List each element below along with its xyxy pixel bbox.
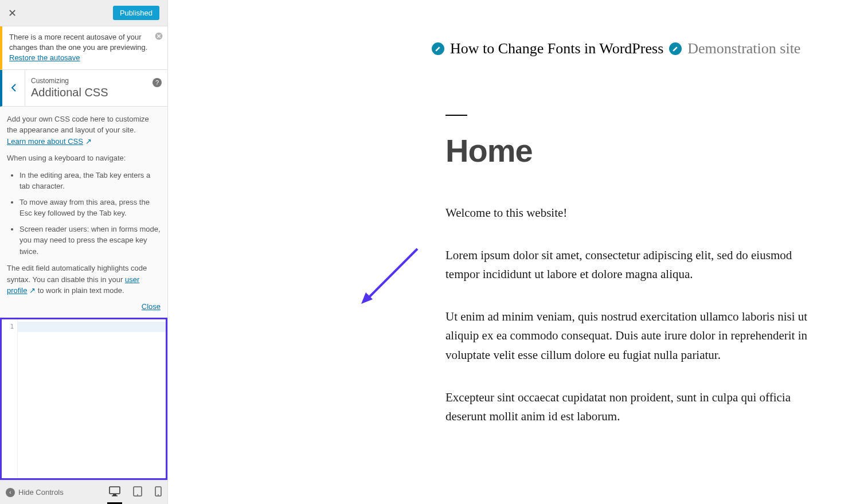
dismiss-notice-icon[interactable]: [155, 32, 163, 43]
svg-rect-2: [113, 494, 116, 495]
site-header: How to Change Fonts in WordPress Demonst…: [168, 0, 860, 57]
sidebar-footer: ‹ Hide Controls: [0, 480, 167, 504]
notice-text: There is a more recent autosave of your …: [9, 33, 147, 52]
svg-point-7: [158, 494, 159, 495]
svg-rect-3: [112, 495, 118, 497]
help-item-2: To move away from this area, press the E…: [19, 197, 161, 219]
help-icon[interactable]: ?: [153, 78, 162, 87]
site-preview: How to Change Fonts in WordPress Demonst…: [168, 0, 860, 504]
device-preview-switcher: [109, 486, 162, 498]
sidebar-header: ✕ Published: [0, 0, 167, 26]
customizer-sidebar: ✕ Published There is a more recent autos…: [0, 0, 168, 504]
page-content: Home Welcome to this website! Lorem ipsu…: [168, 57, 856, 427]
section-title: Additional CSS: [31, 86, 162, 99]
section-header: Customizing Additional CSS ?: [0, 70, 167, 107]
autosave-notice: There is a more recent autosave of your …: [0, 26, 167, 70]
tablet-preview-icon[interactable]: [133, 486, 142, 498]
page-title: Home: [445, 132, 856, 169]
svg-rect-1: [110, 487, 120, 494]
keyboard-intro: When using a keyboard to navigate:: [7, 153, 161, 164]
help-item-1: In the editing area, the Tab key enters …: [19, 170, 161, 192]
body-para-3: Ut enim ad minim veniam, quis nostrud ex…: [445, 307, 824, 365]
description-panel: Add your own CSS code here to customize …: [0, 107, 167, 302]
restore-autosave-link[interactable]: Restore the autosave: [9, 53, 80, 62]
svg-point-5: [137, 494, 138, 495]
body-para-2: Lorem ipsum dolor sit amet, consectetur …: [445, 246, 824, 284]
external-link-icon: ↗: [27, 286, 36, 295]
desktop-preview-icon[interactable]: [109, 486, 120, 498]
section-overline: Customizing: [31, 77, 162, 85]
title-divider: [445, 115, 467, 116]
back-button[interactable]: [2, 70, 25, 106]
css-editor[interactable]: 1: [0, 318, 167, 480]
help-item-3: Screen reader users: when in forms mode,…: [19, 224, 161, 257]
site-title[interactable]: How to Change Fonts in WordPress: [450, 40, 663, 57]
chevron-left-icon: ‹: [6, 488, 15, 497]
published-button[interactable]: Published: [113, 6, 159, 20]
body-para-1: Welcome to this website!: [445, 204, 824, 223]
close-help-link[interactable]: Close: [142, 302, 161, 311]
close-customizer-icon[interactable]: ✕: [8, 7, 17, 19]
editor-gutter: 1: [2, 319, 18, 478]
body-para-4: Excepteur sint occaecat cupidatat non pr…: [445, 388, 824, 427]
hide-controls-button[interactable]: ‹ Hide Controls: [6, 488, 64, 497]
edit-tagline-icon[interactable]: [669, 42, 682, 55]
syntax-text-post: to work in plain text mode.: [36, 286, 124, 295]
edit-site-title-icon[interactable]: [432, 42, 444, 55]
external-link-icon: ↗: [85, 137, 92, 146]
site-tagline: Demonstration site: [687, 40, 800, 57]
mobile-preview-icon[interactable]: [155, 486, 162, 498]
code-input-area[interactable]: [18, 319, 166, 478]
intro-text: Add your own CSS code here to customize …: [7, 115, 149, 135]
learn-more-css-link[interactable]: Learn more about CSS: [7, 137, 83, 146]
hide-controls-label: Hide Controls: [18, 488, 64, 497]
